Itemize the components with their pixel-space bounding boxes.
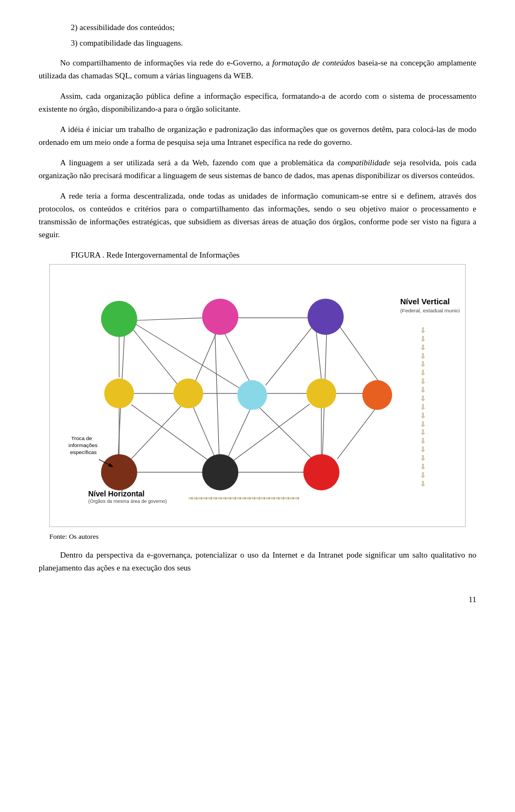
p1-text1: No compartilhamento de informações via r… <box>60 58 272 67</box>
black-node <box>202 454 238 490</box>
p1-italic1: formatação de conteúdos <box>272 58 355 67</box>
svg-line-0 <box>134 318 205 320</box>
nivel-vertical-sub: (Federal, estadual municipal) <box>400 308 460 313</box>
svg-text:⇩: ⇩ <box>420 386 426 394</box>
svg-text:⇩: ⇩ <box>420 445 426 453</box>
svg-text:⇩: ⇩ <box>420 394 426 403</box>
brown-node <box>101 454 137 490</box>
nivel-vertical-label: Nível Vertical <box>400 297 450 306</box>
svg-line-21 <box>233 404 310 460</box>
svg-text:⇩: ⇩ <box>420 326 426 334</box>
network-graph: Nível Vertical (Federal, estadual munici… <box>55 274 460 521</box>
yellow-left-node <box>104 378 134 408</box>
svg-text:⇩: ⇩ <box>420 480 426 488</box>
svg-line-26 <box>215 331 219 458</box>
svg-line-6 <box>223 330 252 384</box>
svg-line-7 <box>316 330 321 379</box>
svg-text:⇩: ⇩ <box>420 454 426 462</box>
svg-text:⇩: ⇩ <box>420 471 426 479</box>
svg-text:⇩: ⇩ <box>420 428 426 436</box>
svg-line-8 <box>266 327 312 385</box>
svg-text:⇩: ⇩ <box>420 463 426 471</box>
svg-text:⇩: ⇩ <box>420 412 426 420</box>
list-item-3: 3) compatibilidade das linguagens. <box>71 37 476 49</box>
troca-label-line3: específicas <box>70 449 97 455</box>
svg-text:⇩: ⇩ <box>420 377 426 385</box>
purple-node <box>307 298 343 334</box>
figure-container: Nível Vertical (Federal, estadual munici… <box>49 264 466 527</box>
horizontal-arrows: ⇒⇒⇒⇒⇒⇒⇒⇒⇒⇒⇒⇒⇒⇒⇒⇒⇒⇒⇒⇒⇒⇒⇒ <box>188 495 299 501</box>
svg-line-16 <box>130 404 183 460</box>
paragraph-2: Assim, cada organização pública define a… <box>39 90 476 115</box>
svg-line-9 <box>340 327 379 382</box>
pink-node <box>202 298 238 334</box>
paragraph-1: No compartilhamento de informações via r… <box>39 56 476 82</box>
nivel-horizontal-label: Nível Horizontal <box>89 489 145 498</box>
svg-text:⇩: ⇩ <box>420 403 426 411</box>
yellow-center-node <box>173 378 203 408</box>
troca-label-line1: Troca de <box>71 435 92 441</box>
svg-line-15 <box>131 405 209 460</box>
svg-text:⇩: ⇩ <box>420 335 426 343</box>
figure-caption: FIGURA . Rede Intergovernamental de Info… <box>71 251 476 260</box>
svg-text:⇩: ⇩ <box>420 369 426 377</box>
green-node <box>101 301 137 336</box>
svg-line-17 <box>193 406 215 457</box>
troca-label-line2: informações <box>69 442 98 448</box>
paragraph-5: A rede teria a forma descentralizada, on… <box>39 189 476 241</box>
svg-line-22 <box>337 408 376 459</box>
red-node <box>303 454 339 490</box>
svg-line-19 <box>259 407 312 459</box>
svg-text:⇩: ⇩ <box>420 352 426 360</box>
figure-fonte: Fonte: Os autores <box>49 532 476 541</box>
cyan-node <box>237 380 267 410</box>
yellow-right-node <box>306 378 336 408</box>
svg-text:⇩: ⇩ <box>420 437 426 445</box>
orange-node <box>362 380 392 410</box>
page: 2) acessibilidade dos conteúdos; 3) comp… <box>0 0 515 614</box>
svg-line-18 <box>227 407 251 459</box>
numbered-list: 2) acessibilidade dos conteúdos; 3) comp… <box>71 21 476 49</box>
paragraph-6: Dentro da perspectiva da e-governança, p… <box>39 548 476 574</box>
page-number: 11 <box>469 595 476 604</box>
svg-text:⇩: ⇩ <box>420 420 426 428</box>
svg-text:⇩: ⇩ <box>420 360 426 368</box>
p4-text1: A linguagem a ser utilizada será a da We… <box>60 158 338 167</box>
paragraph-4: A linguagem a ser utilizada será a da We… <box>39 156 476 182</box>
p4-italic: compatibilidade <box>338 158 391 167</box>
list-item-2: 2) acessibilidade dos conteúdos; <box>71 21 476 34</box>
svg-line-5 <box>195 330 218 383</box>
figure-inner: Nível Vertical (Federal, estadual munici… <box>55 274 460 521</box>
paragraph-3: A idéia é iniciar um trabalho de organiz… <box>39 123 476 149</box>
vertical-arrows: ⇩ ⇩ ⇩ ⇩ ⇩ ⇩ ⇩ ⇩ ⇩ ⇩ ⇩ ⇩ ⇩ ⇩ ⇩ ⇩ ⇩ <box>420 326 426 488</box>
nivel-horizontal-sub: (Órgãos da mesma área de governo) <box>89 499 167 504</box>
svg-text:⇩: ⇩ <box>420 343 426 352</box>
